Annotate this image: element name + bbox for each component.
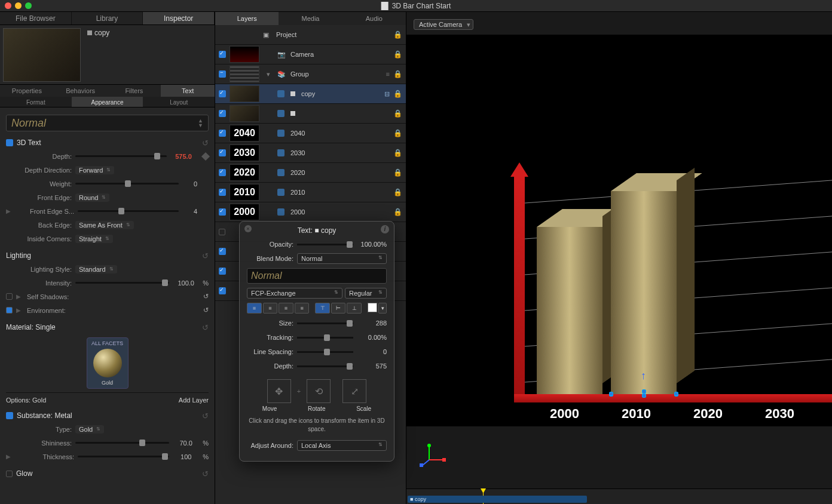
reset-icon[interactable]: ↺ — [203, 293, 209, 300]
substance-dropdown[interactable]: Metal — [54, 411, 72, 420]
thickness-slider[interactable] — [78, 456, 169, 457]
hud-popup[interactable]: × i Text: ■ copy Opacity:100.00% Blend M… — [239, 221, 394, 462]
orientation-gizmo[interactable] — [418, 442, 446, 469]
layer-visible-checkbox[interactable] — [219, 149, 226, 156]
timeline-clip[interactable]: ■ copy — [408, 496, 587, 503]
lock-icon[interactable]: 🔒 — [393, 149, 402, 157]
material-mode-dropdown[interactable]: Single — [35, 323, 55, 331]
layer-visible-checkbox[interactable] — [219, 130, 226, 137]
rotate-tool-button[interactable]: ⟲ — [307, 379, 331, 403]
back-edge-dropdown[interactable]: Same As Front — [75, 221, 134, 229]
layer-row-camera[interactable]: 📷Camera🔒 — [215, 45, 406, 64]
disclosure-icon[interactable]: ▶ — [6, 453, 11, 460]
color-dropdown-button[interactable]: ▾ — [378, 303, 387, 314]
hud-font-preview[interactable]: Normal — [247, 268, 387, 284]
reset-icon[interactable]: ↺ — [202, 139, 209, 147]
subtab2-appearance[interactable]: Appearance — [72, 97, 143, 107]
layer-visible-checkbox[interactable] — [219, 248, 226, 255]
lock-icon[interactable]: 🔒 — [393, 50, 402, 59]
valign-middle-button[interactable]: ⊢ — [331, 303, 346, 314]
self-shadows-checkbox[interactable] — [6, 293, 13, 300]
layer-row-copy[interactable]: copy⊟🔒 — [215, 84, 406, 104]
layer-row-group[interactable]: ▾📚Group≡ 🔒 — [215, 64, 406, 84]
tab-inspector[interactable]: Inspector — [143, 12, 215, 24]
layer-visible-checkbox[interactable] — [219, 51, 226, 58]
enable-3d-text-checkbox[interactable] — [6, 139, 13, 146]
align-center-button[interactable]: ≡ — [263, 303, 278, 314]
environment-checkbox[interactable] — [6, 307, 13, 314]
tab-audio[interactable]: Audio — [342, 12, 406, 25]
layer-row-2020[interactable]: 20202020🔒 — [215, 163, 406, 183]
tab-layers[interactable]: Layers — [215, 12, 279, 25]
valign-bottom-button[interactable]: ⊥ — [347, 303, 362, 314]
lock-icon[interactable]: 🔒 — [393, 30, 402, 39]
hud-size-slider[interactable] — [297, 322, 353, 324]
align-justify-button[interactable]: ≡ — [295, 303, 310, 314]
front-edge-dropdown[interactable]: Round — [75, 193, 109, 202]
subtab-text[interactable]: Text — [161, 85, 215, 97]
keyframe-icon[interactable] — [201, 152, 210, 160]
reset-icon[interactable]: ↺ — [203, 306, 209, 314]
section-material[interactable]: Material: Single↺ — [6, 321, 209, 334]
lock-icon[interactable]: 🔒 — [393, 90, 402, 98]
scale-tool-button[interactable]: ⤢ — [342, 379, 366, 403]
layer-visible-checkbox[interactable] — [219, 169, 226, 176]
section-glow[interactable]: Glow↺ — [6, 467, 209, 480]
subtab2-layout[interactable]: Layout — [143, 97, 215, 107]
substance-checkbox[interactable] — [6, 412, 13, 419]
layer-visible-checkbox[interactable] — [219, 229, 225, 235]
font-family-dropdown[interactable]: FCP-Exchange — [247, 288, 342, 299]
section-3d-text[interactable]: 3D Text ↺ — [6, 136, 209, 149]
tab-file-browser[interactable]: File Browser — [0, 12, 72, 24]
blend-mode-dropdown[interactable]: Normal — [297, 253, 387, 264]
layer-visible-checkbox[interactable] — [219, 287, 226, 294]
weight-slider[interactable] — [75, 183, 179, 185]
material-swatch[interactable]: ALL FACETS Gold — [87, 337, 129, 389]
layer-row-2040[interactable]: 20402040🔒 — [215, 124, 406, 143]
layer-visible-checkbox[interactable] — [219, 110, 226, 117]
material-type-dropdown[interactable]: Gold — [75, 425, 104, 434]
align-left-button[interactable]: ≡ — [247, 303, 262, 314]
layer-visible-checkbox[interactable] — [219, 208, 226, 216]
selection-handle[interactable] — [674, 392, 678, 396]
tab-library[interactable]: Library — [72, 12, 143, 24]
hud-depth-slider[interactable] — [297, 365, 353, 367]
front-edge-size-slider[interactable] — [78, 210, 179, 212]
glow-checkbox[interactable] — [6, 471, 13, 477]
depth-value[interactable]: 575.0 — [170, 153, 197, 160]
align-right-button[interactable]: ≡ — [279, 303, 293, 314]
section-lighting[interactable]: Lighting↺ — [6, 249, 209, 262]
move-tool-button[interactable]: ✥ — [267, 379, 291, 403]
hud-line-spacing-slider[interactable] — [297, 351, 353, 353]
reset-icon[interactable]: ↺ — [202, 411, 209, 420]
move-arrow-icon[interactable]: ↑ — [641, 370, 646, 382]
disclosure-icon[interactable]: ▶ — [16, 293, 21, 300]
minimize-window-icon[interactable] — [15, 2, 22, 9]
inside-corners-dropdown[interactable]: Straight — [75, 235, 113, 243]
lock-icon[interactable]: 🔒 — [393, 129, 402, 137]
adjust-around-dropdown[interactable]: Local Axis — [297, 440, 387, 451]
hud-size-value[interactable]: 288 — [357, 319, 387, 327]
intensity-value[interactable]: 100.0 — [173, 279, 199, 287]
disclosure-icon[interactable]: ▶ — [6, 208, 11, 214]
color-swatch[interactable] — [368, 303, 377, 312]
zoom-window-icon[interactable] — [25, 2, 32, 9]
depth-direction-dropdown[interactable]: Forward — [75, 166, 114, 174]
layer-row-2030[interactable]: 20302030🔒 — [215, 143, 406, 163]
layer-row-blank[interactable]: 🔒 — [215, 104, 406, 124]
timeline[interactable]: ■ copy — [406, 488, 832, 504]
info-icon[interactable]: i — [381, 225, 389, 233]
intensity-slider[interactable] — [75, 282, 169, 284]
reset-icon[interactable]: ↺ — [202, 469, 209, 478]
viewport[interactable]: ↑ 2000 2010 2020 2030 — [406, 35, 832, 426]
thickness-value[interactable]: 100 — [173, 453, 199, 460]
close-window-icon[interactable] — [5, 2, 11, 9]
depth-slider[interactable] — [75, 155, 167, 157]
selection-handle[interactable] — [609, 392, 613, 396]
camera-dropdown[interactable]: Active Camera — [414, 19, 473, 30]
hud-opacity-value[interactable]: 100.00% — [357, 241, 387, 248]
font-preview[interactable]: Normal ▲▼ — [6, 115, 209, 131]
section-substance[interactable]: Substance: Metal↺ — [6, 409, 209, 422]
add-layer-dropdown[interactable]: Add Layer — [179, 397, 209, 404]
layer-visible-checkbox[interactable] — [219, 90, 226, 97]
